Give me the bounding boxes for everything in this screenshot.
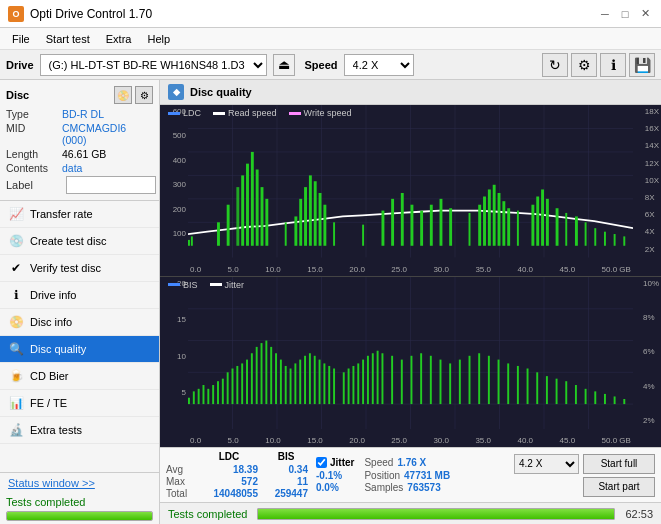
svg-rect-15	[191, 236, 193, 245]
menu-start-test[interactable]: Start test	[38, 31, 98, 47]
refresh-button[interactable]: ↻	[542, 53, 568, 77]
svg-rect-77	[188, 397, 190, 403]
disc-info-icon: 📀	[8, 314, 24, 330]
eject-button[interactable]: ⏏	[273, 54, 295, 76]
chart2-y-right: 10% 8% 6% 4% 2%	[643, 277, 659, 428]
svg-rect-137	[585, 388, 587, 403]
nav-drive-info[interactable]: ℹ Drive info	[0, 282, 159, 309]
svg-rect-41	[440, 199, 443, 246]
nav-create-test-disc[interactable]: 💿 Create test disc	[0, 228, 159, 255]
legend-read-label: Read speed	[228, 108, 277, 118]
svg-rect-120	[420, 353, 422, 404]
chart2-y-left: 20 15 10 5	[162, 277, 186, 428]
type-label: Type	[6, 108, 62, 120]
legend-jitter: Jitter	[210, 280, 245, 290]
nav-transfer-rate[interactable]: 📈 Transfer rate	[0, 201, 159, 228]
right-controls: 4.2 X Start full Start part	[514, 454, 655, 497]
svg-rect-57	[565, 213, 567, 246]
sidebar-progress-container	[0, 511, 159, 524]
nav-cd-bier[interactable]: 🍺 CD Bier	[0, 363, 159, 390]
start-full-button[interactable]: Start full	[583, 454, 655, 474]
svg-rect-100	[299, 359, 301, 403]
svg-rect-30	[314, 181, 317, 246]
svg-rect-102	[309, 353, 311, 404]
chart1-y-left: 600 500 400 300 200 100	[162, 105, 186, 256]
jitter-checkbox[interactable]	[316, 457, 327, 468]
svg-rect-106	[328, 365, 330, 403]
label-input[interactable]	[66, 176, 156, 194]
stats-ldc-bis: LDC BIS Avg 18.39 0.34 Max 572 11 Total …	[166, 451, 308, 499]
speed-dropdown[interactable]: 4.2 X	[514, 454, 579, 474]
toolbar-buttons: ↻ ⚙ ℹ 💾	[542, 53, 655, 77]
verify-test-disc-icon: ✔	[8, 260, 24, 276]
nav-fe-te[interactable]: 📊 FE / TE	[0, 390, 159, 417]
disc-icon-btn-1[interactable]: 📀	[114, 86, 132, 104]
menu-bar: File Start test Extra Help	[0, 28, 661, 50]
speed-row: Speed 1.76 X	[364, 457, 450, 468]
nav-disc-info[interactable]: 📀 Disc info	[0, 309, 159, 336]
disc-mid-row: MID CMCMAGDI6 (000)	[6, 122, 153, 146]
svg-rect-20	[246, 164, 249, 246]
svg-rect-111	[357, 363, 359, 404]
disc-panel-title: Disc	[6, 89, 29, 101]
svg-rect-86	[232, 368, 234, 404]
settings-button[interactable]: ⚙	[571, 53, 597, 77]
disc-icon-btn-2[interactable]: ⚙	[135, 86, 153, 104]
nav-transfer-rate-label: Transfer rate	[30, 208, 93, 220]
stats-max-row: Max 572 11	[166, 476, 308, 487]
speed-value: 1.76 X	[397, 457, 426, 468]
svg-rect-140	[614, 396, 616, 404]
svg-rect-84	[222, 378, 224, 403]
jitter-max: 0.0%	[316, 482, 354, 493]
bis-avg: 0.34	[264, 464, 308, 475]
speed-select[interactable]: 4.2 X	[344, 54, 414, 76]
nav-verify-test-disc[interactable]: ✔ Verify test disc	[0, 255, 159, 282]
svg-rect-134	[556, 378, 558, 403]
svg-rect-24	[265, 199, 268, 246]
svg-rect-34	[362, 225, 364, 246]
svg-rect-130	[517, 365, 519, 403]
svg-rect-49	[502, 201, 505, 246]
nav-disc-quality[interactable]: 🔍 Disc quality	[0, 336, 159, 363]
disc-contents-row: Contents data	[6, 162, 153, 174]
status-section: Status window >> Tests completed	[0, 472, 159, 524]
menu-help[interactable]: Help	[139, 31, 178, 47]
maximize-button[interactable]: □	[617, 6, 633, 22]
svg-rect-33	[333, 222, 335, 245]
save-button[interactable]: 💾	[629, 53, 655, 77]
legend-jitter-dot	[210, 283, 222, 286]
svg-rect-110	[352, 365, 354, 403]
nav-extra-tests[interactable]: 🔬 Extra tests	[0, 417, 159, 444]
transfer-rate-icon: 📈	[8, 206, 24, 222]
svg-rect-16	[217, 222, 220, 245]
svg-rect-63	[623, 236, 625, 245]
drive-select[interactable]: (G:) HL-DT-ST BD-RE WH16NS48 1.D3	[40, 54, 267, 76]
content-area: ◆ Disc quality LDC Read speed	[160, 80, 661, 524]
nav-cd-bier-label: CD Bier	[30, 370, 69, 382]
close-button[interactable]: ✕	[637, 6, 653, 22]
status-window-button[interactable]: Status window >>	[0, 473, 159, 493]
svg-rect-89	[246, 359, 248, 403]
svg-rect-45	[483, 197, 486, 246]
drive-bar: Drive (G:) HL-DT-ST BD-RE WH16NS48 1.D3 …	[0, 50, 661, 80]
info-button[interactable]: ℹ	[600, 53, 626, 77]
svg-rect-88	[241, 363, 243, 404]
menu-extra[interactable]: Extra	[98, 31, 140, 47]
sidebar-progress-bar	[6, 511, 153, 521]
menu-file[interactable]: File	[4, 31, 38, 47]
svg-rect-58	[575, 216, 578, 245]
svg-rect-28	[304, 187, 307, 246]
svg-rect-115	[377, 350, 379, 403]
minimize-button[interactable]: ─	[597, 6, 613, 22]
svg-rect-79	[198, 388, 200, 403]
disc-quality-icon: 🔍	[8, 341, 24, 357]
legend-read-dot	[213, 112, 225, 115]
position-label: Position	[364, 470, 400, 481]
max-label: Max	[166, 476, 194, 487]
legend-bis-dot	[168, 283, 180, 286]
svg-rect-93	[265, 340, 267, 404]
start-part-button[interactable]: Start part	[583, 477, 655, 497]
svg-rect-123	[449, 363, 451, 404]
extra-tests-icon: 🔬	[8, 422, 24, 438]
bottom-time: 62:53	[625, 508, 653, 520]
